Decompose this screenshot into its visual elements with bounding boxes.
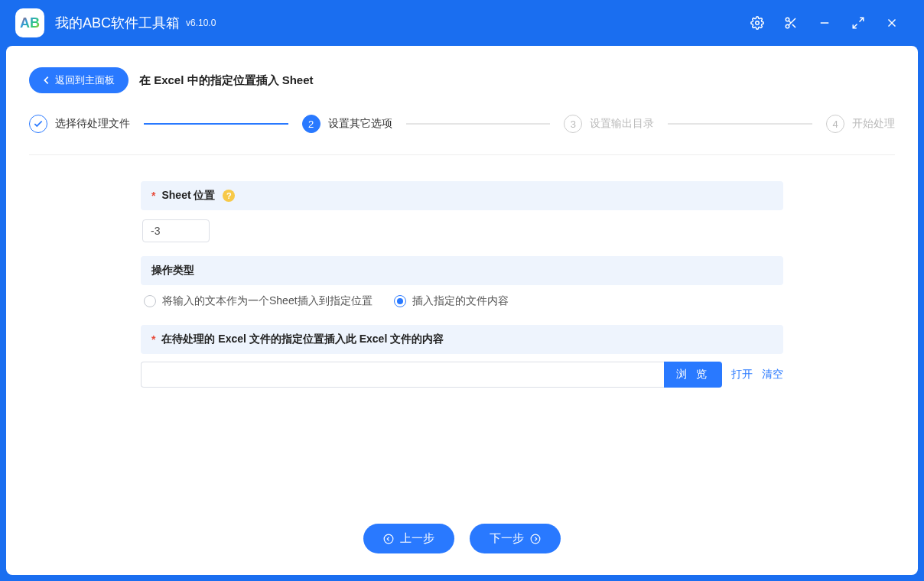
- svg-line-5: [789, 21, 791, 23]
- close-icon[interactable]: [875, 6, 909, 40]
- app-name: 我的ABC软件工具箱: [55, 14, 180, 32]
- required-asterisk: *: [151, 333, 155, 346]
- maximize-icon[interactable]: [841, 6, 875, 40]
- required-asterisk: *: [151, 190, 155, 202]
- operation-type-label: 操作类型: [151, 264, 194, 278]
- radio-text-as-sheet[interactable]: 将输入的文本作为一个Sheet插入到指定位置: [144, 294, 373, 308]
- step-2: 2 设置其它选项: [302, 115, 392, 133]
- step-4: 4 开始处理: [826, 115, 895, 133]
- header-row: 返回到主面板 在 Excel 中的指定位置插入 Sheet: [29, 67, 895, 93]
- radio-unchecked-icon: [144, 295, 156, 307]
- radio-checked-icon: [394, 295, 406, 307]
- operation-type-radios: 将输入的文本作为一个Sheet插入到指定位置 插入指定的文件内容: [141, 285, 783, 325]
- radio-insert-file[interactable]: 插入指定的文件内容: [394, 294, 509, 308]
- footer-nav: 上一步 下一步: [29, 510, 895, 560]
- prev-button-label: 上一步: [400, 531, 434, 546]
- logo-text: AB: [20, 15, 40, 31]
- clear-button[interactable]: 清空: [762, 368, 783, 381]
- help-icon[interactable]: ?: [223, 190, 235, 202]
- title-bar: AB 我的ABC软件工具箱 v6.10.0: [0, 0, 924, 46]
- back-button-label: 返回到主面板: [55, 73, 115, 87]
- radio-text-as-sheet-label: 将输入的文本作为一个Sheet插入到指定位置: [162, 294, 373, 308]
- operation-type-header: 操作类型: [141, 256, 783, 285]
- svg-line-4: [792, 24, 795, 28]
- svg-point-1: [786, 18, 789, 21]
- step-4-label: 开始处理: [852, 117, 895, 131]
- step-1-check-icon: [29, 115, 47, 133]
- insert-file-header: * 在待处理的 Excel 文件的指定位置插入此 Excel 文件的内容: [141, 325, 783, 354]
- step-4-number: 4: [826, 115, 844, 133]
- content-area: * Sheet 位置 ? 操作类型 将输入的文本作为一个Sheet插入到指定位置…: [29, 155, 895, 510]
- step-3: 3 设置输出目录: [564, 115, 654, 133]
- step-line-3: [668, 123, 812, 125]
- step-3-label: 设置输出目录: [590, 117, 654, 131]
- file-path-input[interactable]: [141, 362, 664, 388]
- open-button[interactable]: 打开: [731, 368, 753, 381]
- svg-point-11: [384, 534, 393, 544]
- svg-line-7: [860, 18, 864, 21]
- browse-button[interactable]: 浏 览: [664, 362, 722, 388]
- next-button[interactable]: 下一步: [470, 524, 561, 553]
- svg-point-12: [531, 534, 540, 544]
- file-input-group: 浏 览: [141, 362, 722, 388]
- scissors-icon[interactable]: [774, 6, 808, 40]
- sheet-position-input[interactable]: [142, 219, 210, 242]
- page-title: 在 Excel 中的指定位置插入 Sheet: [139, 73, 314, 88]
- sheet-position-header: * Sheet 位置 ?: [141, 181, 783, 210]
- sheet-position-field: [141, 210, 783, 256]
- main-panel: 返回到主面板 在 Excel 中的指定位置插入 Sheet 选择待处理文件 2 …: [6, 46, 918, 575]
- file-row: 浏 览 打开 清空: [141, 354, 783, 395]
- steps-bar: 选择待处理文件 2 设置其它选项 3 设置输出目录 4 开始处理: [29, 115, 895, 155]
- step-line-1: [144, 123, 288, 125]
- svg-line-8: [853, 24, 857, 28]
- app-logo: AB: [15, 8, 44, 37]
- next-button-label: 下一步: [490, 531, 524, 546]
- step-1-label: 选择待处理文件: [55, 117, 130, 131]
- step-2-number: 2: [302, 115, 320, 133]
- settings-icon[interactable]: [740, 6, 774, 40]
- radio-insert-file-label: 插入指定的文件内容: [412, 294, 509, 308]
- form: * Sheet 位置 ? 操作类型 将输入的文本作为一个Sheet插入到指定位置…: [141, 181, 783, 510]
- minimize-icon[interactable]: [808, 6, 841, 40]
- step-2-label: 设置其它选项: [328, 117, 392, 131]
- prev-button[interactable]: 上一步: [363, 524, 454, 553]
- sheet-position-label: Sheet 位置: [161, 189, 215, 203]
- app-version: v6.10.0: [186, 18, 216, 28]
- svg-point-2: [786, 24, 789, 28]
- insert-file-label: 在待处理的 Excel 文件的指定位置插入此 Excel 文件的内容: [161, 333, 444, 346]
- step-1: 选择待处理文件: [29, 115, 130, 133]
- step-line-2: [406, 123, 551, 125]
- svg-point-0: [756, 21, 760, 25]
- step-3-number: 3: [564, 115, 582, 133]
- back-button[interactable]: 返回到主面板: [29, 67, 129, 93]
